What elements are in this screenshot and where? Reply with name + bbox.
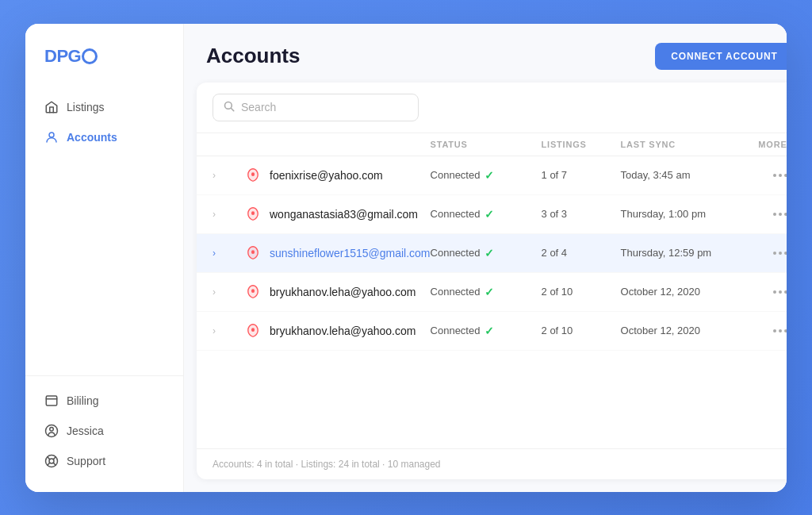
svg-point-16 xyxy=(251,289,255,293)
more-dot xyxy=(784,329,787,332)
airbnb-icon xyxy=(244,167,262,184)
account-cell: sunshineflower1515@gmail.com xyxy=(244,244,431,262)
expand-chevron[interactable]: › xyxy=(213,286,244,298)
main-content: Accounts CONNECT ACCOUNT xyxy=(184,24,787,492)
sidebar-item-user-label: Jessica xyxy=(67,425,104,437)
sidebar-item-billing[interactable]: Bililing xyxy=(25,386,183,416)
sync-cell: October 12, 2020 xyxy=(621,286,740,298)
status-text: Connected xyxy=(431,208,481,220)
sidebar: DPG Listings A xyxy=(25,24,184,492)
table-row[interactable]: › foenixrise@yahoo.com Connected ✓ 1 of … xyxy=(197,156,787,195)
bottom-nav: Bililing Jessica xyxy=(25,375,183,476)
status-cell: Connected ✓ xyxy=(431,208,542,221)
col-account xyxy=(244,140,431,149)
listings-cell: 2 of 10 xyxy=(542,286,621,298)
table-body: › foenixrise@yahoo.com Connected ✓ 1 of … xyxy=(197,156,787,448)
sidebar-item-support-label: Support xyxy=(67,455,105,467)
svg-line-7 xyxy=(48,456,50,459)
expand-chevron[interactable]: › xyxy=(213,209,244,220)
expand-chevron[interactable]: › xyxy=(213,248,244,259)
svg-point-4 xyxy=(50,427,54,431)
more-dot xyxy=(773,252,776,255)
svg-point-14 xyxy=(251,211,255,215)
sidebar-item-user[interactable]: Jessica xyxy=(25,416,183,446)
more-dot xyxy=(779,174,782,177)
app-container: DPG Listings A xyxy=(25,24,787,492)
svg-rect-1 xyxy=(46,396,57,405)
sidebar-item-support[interactable]: Support xyxy=(25,446,183,476)
sync-cell: Today, 3:45 am xyxy=(621,169,740,181)
logo-circle xyxy=(82,48,98,64)
more-dot xyxy=(784,252,787,255)
account-email: sunshineflower1515@gmail.com xyxy=(270,247,431,259)
account-cell: bryukhanov.leha@yahoo.com xyxy=(244,283,431,301)
user-circle-icon xyxy=(44,424,59,438)
search-wrapper[interactable] xyxy=(213,94,419,121)
col-status: STATUS xyxy=(431,140,542,149)
table-footer: Accounts: 4 in total · Listings: 24 in t… xyxy=(197,448,787,479)
check-icon: ✓ xyxy=(485,325,494,337)
account-cell: wonganastasia83@gmail.com xyxy=(244,206,431,223)
user-icon xyxy=(44,130,59,144)
sidebar-item-listings[interactable]: Listings xyxy=(25,92,183,122)
search-input[interactable] xyxy=(241,101,408,113)
logo-dp: DP xyxy=(44,46,68,66)
col-more: MORE xyxy=(740,140,787,149)
table-row[interactable]: › bryukhanov.leha@yahoo.com Connected ✓ … xyxy=(197,312,787,351)
table-row[interactable]: › sunshineflower1515@gmail.com Connected… xyxy=(197,234,787,273)
more-cell[interactable] xyxy=(740,174,787,177)
sync-cell: October 12, 2020 xyxy=(621,325,740,336)
col-last-sync: LAST SYNC xyxy=(621,140,740,149)
status-cell: Connected ✓ xyxy=(431,169,542,182)
logo-text: DPG xyxy=(44,46,98,67)
airbnb-icon xyxy=(244,283,262,301)
status-cell: Connected ✓ xyxy=(431,247,542,259)
listings-cell: 3 of 3 xyxy=(542,208,621,220)
svg-point-15 xyxy=(251,250,255,254)
account-cell: foenixrise@yahoo.com xyxy=(244,167,431,184)
status-text: Connected xyxy=(431,286,481,298)
status-text: Connected xyxy=(431,325,481,336)
airbnb-icon xyxy=(244,244,262,262)
svg-point-13 xyxy=(251,172,255,176)
more-cell[interactable] xyxy=(740,290,787,294)
sidebar-item-accounts-label: Accounts xyxy=(67,131,117,144)
check-icon: ✓ xyxy=(485,247,494,259)
listings-cell: 2 of 10 xyxy=(542,325,621,336)
table-row[interactable]: › wonganastasia83@gmail.com Connected ✓ … xyxy=(197,195,787,234)
connect-account-button[interactable]: CONNECT ACCOUNT xyxy=(655,43,787,70)
listings-cell: 2 of 4 xyxy=(542,247,621,259)
more-cell[interactable] xyxy=(740,329,787,332)
svg-point-0 xyxy=(49,133,54,137)
sync-cell: Thursday, 12:59 pm xyxy=(621,247,740,259)
account-email: foenixrise@yahoo.com xyxy=(270,169,383,182)
svg-line-8 xyxy=(53,463,56,465)
more-cell[interactable] xyxy=(740,252,787,255)
home-icon xyxy=(44,100,59,114)
main-header: Accounts CONNECT ACCOUNT xyxy=(184,24,787,83)
airbnb-icon xyxy=(244,322,262,340)
col-expand xyxy=(213,140,244,149)
table-area: STATUS LISTINGS LAST SYNC MORE › foenixr… xyxy=(197,83,787,479)
support-icon xyxy=(44,454,59,468)
more-dot xyxy=(773,213,776,216)
expand-chevron[interactable]: › xyxy=(213,325,244,336)
account-email: bryukhanov.leha@yahoo.com xyxy=(270,286,416,298)
svg-line-12 xyxy=(231,108,233,110)
more-dot xyxy=(779,252,782,255)
sidebar-item-accounts[interactable]: Accounts xyxy=(25,122,183,152)
table-row[interactable]: › bryukhanov.leha@yahoo.com Connected ✓ … xyxy=(197,273,787,312)
col-listings: LISTINGS xyxy=(542,140,621,149)
more-dot xyxy=(784,290,787,294)
logo-go: G xyxy=(68,46,82,66)
svg-point-17 xyxy=(251,328,255,332)
more-dot xyxy=(784,213,787,216)
more-cell[interactable] xyxy=(740,213,787,216)
sidebar-item-listings-label: Listings xyxy=(67,101,104,113)
nav-section: Listings Accounts xyxy=(25,92,183,375)
sync-cell: Thursday, 1:00 pm xyxy=(621,208,740,220)
expand-chevron[interactable]: › xyxy=(213,170,244,181)
sidebar-item-billing-label: Bililing xyxy=(67,394,98,407)
search-row xyxy=(197,83,787,133)
listings-cell: 1 of 7 xyxy=(542,169,621,181)
